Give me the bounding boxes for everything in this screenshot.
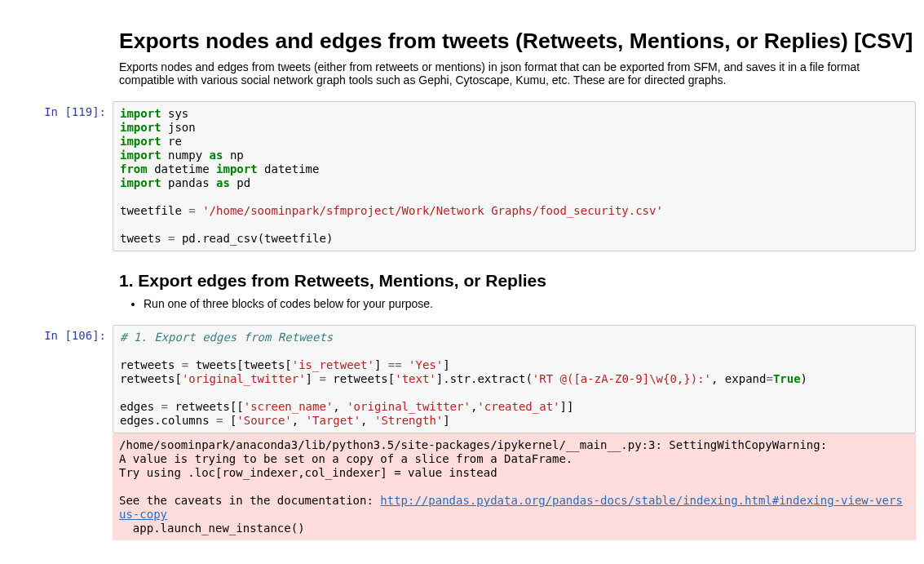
output-content-2: /home/soominpark/anaconda3/lib/python3.5… [113, 433, 924, 540]
code-cell-1-content: import sys import json import re import … [113, 101, 924, 251]
section1-list: Run one of three blocks of codes below f… [119, 297, 916, 310]
section1-content: 1. Export edges from Retweets, Mentions,… [113, 258, 924, 318]
title-content: Exports nodes and edges from tweets (Ret… [113, 16, 924, 95]
code-block-2: # 1. Export edges from Retweets retweets… [120, 331, 909, 428]
empty-prompt [0, 16, 113, 95]
output-cell-2: /home/soominpark/anaconda3/lib/python3.5… [0, 433, 924, 544]
code-block-1: import sys import json import re import … [120, 107, 909, 246]
section1-cell: 1. Export edges from Retweets, Mentions,… [0, 255, 924, 322]
stderr-post: app.launch_new_instance() [119, 522, 305, 535]
code-input-2[interactable]: # 1. Export edges from Retweets retweets… [113, 325, 916, 433]
page-title: Exports nodes and edges from tweets (Ret… [119, 29, 916, 54]
stderr-output: /home/soominpark/anaconda3/lib/python3.5… [113, 433, 916, 540]
section1-heading: 1. Export edges from Retweets, Mentions,… [119, 271, 916, 291]
stderr-text: /home/soominpark/anaconda3/lib/python3.5… [119, 438, 909, 535]
output-prompt-2 [0, 433, 113, 540]
page-description: Exports nodes and edges from tweets (eit… [119, 60, 916, 87]
empty-prompt [0, 258, 113, 318]
code-input-1[interactable]: import sys import json import re import … [113, 101, 916, 251]
notebook: Exports nodes and edges from tweets (Ret… [0, 0, 924, 556]
code-cell-2: In [106]: # 1. Export edges from Retweet… [0, 322, 924, 433]
input-prompt-2: In [106]: [0, 325, 113, 433]
code-cell-2-content: # 1. Export edges from Retweets retweets… [113, 325, 924, 433]
title-cell: Exports nodes and edges from tweets (Ret… [0, 12, 924, 98]
section1-bullet: Run one of three blocks of codes below f… [144, 297, 916, 310]
input-prompt-1: In [119]: [0, 101, 113, 251]
code-cell-1: In [119]: import sys import json import … [0, 98, 924, 255]
